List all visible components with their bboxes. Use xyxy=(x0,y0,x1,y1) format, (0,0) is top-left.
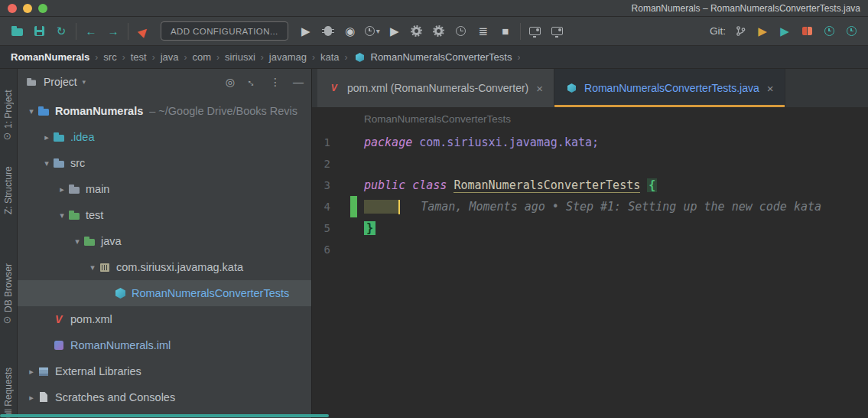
debug-icon[interactable] xyxy=(320,22,336,41)
project-horizontal-scrollbar[interactable] xyxy=(0,414,329,417)
code-line-content xyxy=(358,153,868,175)
tool-stripe-db-browser[interactable]: DB Browser xyxy=(3,250,14,312)
minimize-window-button[interactable] xyxy=(23,4,32,13)
gutter-line-number[interactable]: 6 xyxy=(312,239,358,260)
tree-item-pom-xml[interactable]: pom.xml xyxy=(18,306,311,332)
breadcrumb-separator: › xyxy=(345,52,348,63)
tree-chevron-icon[interactable]: ▾ xyxy=(56,211,68,220)
collapse-all-icon[interactable]: ↔ xyxy=(244,73,260,90)
back-icon[interactable]: ← xyxy=(83,22,99,41)
git-history-icon[interactable] xyxy=(821,22,837,41)
class-icon xyxy=(114,287,127,299)
close-tab-icon[interactable]: × xyxy=(536,82,543,95)
code-line: 6 xyxy=(312,239,868,260)
tree-item-com-siriusxi-javamag-kata[interactable]: ▾com.siriusxi.javamag.kata xyxy=(18,254,311,280)
tree-chevron-icon[interactable]: ▾ xyxy=(86,263,99,273)
rollback-icon[interactable] xyxy=(799,22,814,41)
tree-item-romannumeralsconvertertests[interactable]: RomanNumeralsConverterTests xyxy=(18,280,311,306)
run-coverage-icon[interactable]: ◉ xyxy=(343,22,358,41)
breadcrumb-java[interactable]: java xyxy=(161,51,179,63)
tree-chevron-icon[interactable]: ▾ xyxy=(25,106,37,116)
gutter-line-number[interactable]: 3 xyxy=(312,175,358,196)
tool-stripe-project[interactable]: 1: Project xyxy=(3,73,14,129)
project-tree: ▾RomanNumerals– ~/Google Drive/Books Rev… xyxy=(18,95,311,418)
open-project-icon[interactable] xyxy=(9,22,24,41)
tree-item-scratches-and-consoles[interactable]: ▸Scratches and Consoles xyxy=(18,384,311,410)
tree-chevron-icon[interactable]: ▾ xyxy=(71,237,83,247)
breadcrumb-romannumerals[interactable]: RomanNumerals xyxy=(11,51,89,63)
screen-settings-icon[interactable] xyxy=(550,22,565,41)
tree-chevron-icon[interactable]: ▸ xyxy=(25,393,37,403)
tree-item-romannumerals[interactable]: ▾RomanNumerals– ~/Google Drive/Books Rev… xyxy=(18,98,311,124)
tree-item-external-libraries[interactable]: ▸External Libraries xyxy=(18,358,311,384)
recent-tasks-icon[interactable] xyxy=(454,22,469,41)
run-dashboard-icon[interactable]: ≣ xyxy=(476,22,491,41)
main-area: 1: Project ⊙ Z: Structure DB Browser ⊙ P… xyxy=(0,69,868,418)
tree-chevron-icon[interactable]: ▸ xyxy=(41,132,53,142)
code-token: package xyxy=(364,136,412,149)
more-options-icon[interactable]: ⋮ xyxy=(270,76,281,88)
hide-panel-icon[interactable]: — xyxy=(293,76,304,88)
gutter-line-number[interactable]: 2 xyxy=(312,153,358,175)
rerun-icon[interactable]: ▶ xyxy=(387,22,402,41)
tree-chevron-icon[interactable]: ▸ xyxy=(25,367,37,377)
tree-item-idea[interactable]: ▸.idea xyxy=(18,124,311,150)
screenshot-icon[interactable] xyxy=(528,22,543,41)
gutter-line-number[interactable]: 5 xyxy=(312,217,358,239)
synchronize-icon[interactable]: ↻ xyxy=(54,22,69,41)
blame-inlay-hint: Taman, Moments ago • Step #1: Setting up… xyxy=(421,200,821,214)
tool-stripe-structure[interactable]: Z: Structure xyxy=(3,147,14,214)
editor-breadcrumb[interactable]: RomanNumeralsConverterTests xyxy=(312,107,868,132)
project-panel-title[interactable]: Project xyxy=(44,76,77,88)
tool-stripe-pull-requests[interactable]: Pull Requests xyxy=(3,338,14,418)
tree-item-romannumerals-iml[interactable]: RomanNumerals.iml xyxy=(18,332,311,358)
editor-tab-romannumeralsconvertertests-java[interactable]: RomanNumeralsConverterTests.java× xyxy=(554,69,785,107)
run-configuration-select[interactable]: ADD CONFIGURATION... xyxy=(161,21,288,41)
breadcrumb-separator: › xyxy=(517,52,520,63)
forward-icon[interactable]: → xyxy=(106,22,121,41)
gutter-line-number[interactable]: 1 xyxy=(312,132,358,153)
git-branch-icon[interactable] xyxy=(733,22,748,41)
close-window-button[interactable] xyxy=(8,4,17,13)
tool-window-stripe: 1: Project ⊙ Z: Structure DB Browser ⊙ P… xyxy=(0,69,18,418)
git-push-icon[interactable]: ▶ xyxy=(755,22,770,41)
zoom-window-button[interactable] xyxy=(38,4,47,13)
attach-process-icon[interactable] xyxy=(431,22,447,41)
chevron-down-icon: ▾ xyxy=(376,27,380,35)
breadcrumb-kata[interactable]: kata xyxy=(320,51,340,63)
breadcrumb-siriusxi[interactable]: siriusxi xyxy=(225,51,255,63)
breadcrumb-separator: › xyxy=(95,52,98,63)
gutter-line-number[interactable]: 4 xyxy=(312,196,358,217)
breadcrumb-src[interactable]: src xyxy=(103,51,116,63)
breadcrumb-romannumeralsconvertertests[interactable]: RomanNumeralsConverterTests xyxy=(353,51,512,64)
tool-stripe-icon-top[interactable]: ⊙ xyxy=(3,130,11,142)
local-history-icon[interactable] xyxy=(844,22,859,41)
tree-item-test[interactable]: ▾test xyxy=(18,202,311,228)
tree-item-java[interactable]: ▾java xyxy=(18,228,311,254)
breadcrumb-com[interactable]: com xyxy=(192,51,211,63)
breadcrumb-test[interactable]: test xyxy=(131,51,147,63)
close-tab-icon[interactable]: × xyxy=(767,82,774,95)
locate-file-icon[interactable]: ◎ xyxy=(226,76,235,88)
git-update-icon[interactable]: ▶ xyxy=(777,22,792,41)
tree-chevron-icon[interactable]: ▸ xyxy=(56,185,68,194)
run-anything-icon[interactable]: ▶ xyxy=(135,22,151,41)
chevron-down-icon[interactable]: ▾ xyxy=(83,78,86,86)
tree-item-main[interactable]: ▸main xyxy=(18,176,311,202)
editor-tab-pom-xml-romannumerals-converter[interactable]: pom.xml (RomanNumerals-Converter)× xyxy=(317,69,554,107)
tab-label: pom.xml (RomanNumerals-Converter) xyxy=(347,82,528,94)
stop-icon[interactable]: ■ xyxy=(498,22,513,41)
project-folder-icon xyxy=(26,77,37,87)
save-all-icon[interactable] xyxy=(31,22,47,41)
tool-stripe-icon-bottom[interactable]: ⊙ xyxy=(3,314,11,325)
code-line: 4 Taman, Moments ago • Step #1: Setting … xyxy=(312,196,868,217)
run-icon[interactable]: ▶ xyxy=(298,22,314,41)
services-icon[interactable] xyxy=(409,22,424,41)
breadcrumb-javamag[interactable]: javamag xyxy=(269,51,307,63)
maven-icon xyxy=(329,83,340,93)
profiler-icon[interactable]: ▾ xyxy=(365,22,380,41)
scratches-icon xyxy=(37,391,50,403)
code-editor[interactable]: 1package com.siriusxi.javamag.kata;23pub… xyxy=(312,132,868,418)
tree-item-src[interactable]: ▾src xyxy=(18,150,311,176)
tree-chevron-icon[interactable]: ▾ xyxy=(41,158,53,168)
